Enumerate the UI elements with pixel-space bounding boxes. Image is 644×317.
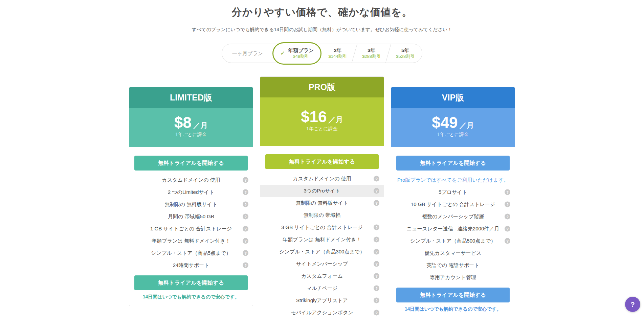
help-icon[interactable]: ? (505, 214, 510, 220)
feature-list: カスタムドメインの 使用 ? 2 つのLimitedサイト ? 無制限の 無料版… (129, 174, 253, 271)
plan-card-limited: LIMITED版 $8 ／月 1年ごとに課金 無料トライアルを開始する カスタム… (129, 87, 253, 306)
plan-price-per: ／月 (193, 121, 208, 130)
feature-row: シンプル・ストア（商品300点まで） ? (260, 246, 384, 258)
feature-label: カスタムフォーム (301, 273, 342, 279)
billing-toggle: 一ヶ月プラン ✓ 年額プラン $48割引 2年 $144割引 3年 $288割引… (222, 44, 422, 63)
plan-card-pro: PRO版 $16 ／月 1年ごとに課金 無料トライアルを開始する カスタムドメイ… (260, 76, 384, 317)
help-icon[interactable]: ? (374, 188, 379, 194)
plan-title: PRO版 (260, 77, 384, 97)
plan-title: VIP版 (391, 87, 515, 108)
feature-label: カスタムドメインの 使用 (162, 177, 220, 183)
help-icon[interactable]: ? (374, 273, 379, 279)
feature-row-highlighted: 3つのProサイト ? (260, 185, 384, 197)
plan-price: $16 (301, 108, 327, 126)
start-trial-button[interactable]: 無料トライアルを開始する (396, 156, 510, 171)
toggle-option-label: 5年 (401, 47, 409, 53)
help-icon[interactable]: ? (374, 176, 379, 182)
toggle-option-yearly-selected[interactable]: ✓ 年額プラン $48割引 (272, 42, 321, 65)
help-icon[interactable]: ? (243, 226, 248, 232)
feature-row: カスタムドメインの 使用 ? (129, 174, 253, 186)
feature-row: 英語での 電話サポート (391, 259, 515, 271)
start-trial-button[interactable]: 無料トライアルを開始する (265, 154, 379, 169)
feature-list: カスタムドメインの 使用 ? 3つのProサイト ? 無制限の 無料版サイト ?… (260, 173, 384, 317)
feature-label: Strikinglyアプリストア (296, 297, 348, 304)
help-icon[interactable]: ? (243, 263, 248, 268)
feature-row: 月間の 帯域幅50 GB ? (129, 210, 253, 223)
feature-row: ニュースレター送信 - 連絡先2000件／月 ? (391, 223, 515, 235)
feature-label: 年額プランは 無料ドメイン付き！ (283, 236, 361, 243)
cancel-anytime-note: 14日間はいつでも解約できるので安心です。 (129, 294, 253, 300)
feature-label: 英語での 電話サポート (427, 262, 480, 269)
feature-row: Strikinglyアプリストア ? (260, 294, 384, 307)
help-icon[interactable]: ? (374, 261, 379, 267)
help-icon[interactable]: ? (374, 200, 379, 206)
feature-row: 24時間サポート ? (129, 259, 253, 271)
feature-label: 3 GB サイトごとの 合計ストレージ (281, 224, 363, 231)
feature-row: 1 GB サイトごとの 合計ストレージ ? (129, 223, 253, 235)
toggle-option-discount: $288割引 (362, 54, 381, 59)
plan-price: $8 (174, 114, 192, 131)
help-icon[interactable]: ? (374, 298, 379, 303)
feature-row: 無制限の 帯域幅 (260, 209, 384, 221)
feature-row: シンプル・ストア（商品5点まで） ? (129, 247, 253, 259)
feature-label: 24時間サポート (173, 262, 209, 269)
toggle-option-label: 2年 (334, 47, 341, 53)
help-icon[interactable]: ? (374, 237, 379, 243)
help-icon[interactable]: ? (374, 310, 379, 316)
feature-label: 無制限の 帯域幅 (304, 212, 341, 219)
help-icon[interactable]: ? (243, 202, 248, 207)
plan-card-vip: VIP版 $49 ／月 1年ごとに課金 無料トライアルを開始する Pro版プラン… (391, 87, 515, 317)
feature-row: 複数のメンバーシップ階層 ? (391, 210, 515, 223)
toggle-option-3year[interactable]: 3年 $288割引 (355, 44, 388, 63)
toggle-option-monthly[interactable]: 一ヶ月プラン (222, 44, 273, 63)
plan-price-banner: $49 ／月 1年ごとに課金 (391, 108, 515, 147)
feature-row: 3 GB サイトごとの 合計ストレージ ? (260, 221, 384, 233)
help-icon[interactable]: ? (505, 189, 510, 195)
help-icon[interactable]: ? (243, 177, 248, 183)
feature-label: 複数のメンバーシップ階層 (422, 213, 484, 220)
feature-label: ニュースレター送信 - 連絡先2000件／月 (407, 226, 499, 232)
help-fab-button[interactable]: ? (625, 297, 640, 312)
toggle-option-label: 年額プラン (288, 47, 314, 53)
feature-label: 無制限の 無料版サイト (296, 200, 349, 206)
plan-price: $49 (432, 114, 458, 131)
feature-label: 専用アカウント管理 (430, 274, 476, 281)
help-icon[interactable]: ? (374, 225, 379, 230)
help-icon[interactable]: ? (243, 214, 248, 220)
feature-label: 2 つのLimitedサイト (168, 189, 215, 196)
toggle-option-discount: $48割引 (293, 54, 309, 59)
help-icon[interactable]: ? (374, 286, 379, 291)
feature-label: 3つのProサイト (304, 188, 340, 194)
start-trial-button-footer[interactable]: 無料トライアルを開始する (134, 275, 248, 290)
plan-price-banner: $8 ／月 1年ごとに課金 (129, 108, 253, 147)
feature-row: カスタムフォーム ? (260, 270, 384, 282)
toggle-option-label: 3年 (368, 47, 375, 53)
feature-label: サイトメンバーシップ (296, 261, 348, 267)
feature-row: 無制限の 無料版サイト ? (129, 198, 253, 210)
pro-included-note: Pro版プランではすべてをご利用いただけます。 (391, 174, 515, 186)
toggle-option-2year[interactable]: 2年 $144割引 (321, 44, 354, 63)
toggle-option-discount: $144割引 (328, 54, 347, 59)
feature-label: 1 GB サイトごとの 合計ストレージ (150, 226, 232, 232)
feature-row: サイトメンバーシップ ? (260, 258, 384, 270)
feature-label: マルチページ (307, 285, 338, 292)
toggle-option-5year[interactable]: 5年 $528割引 (388, 44, 422, 63)
feature-row: シンプル・ストア（商品500点まで） ? (391, 235, 515, 247)
help-icon[interactable]: ? (243, 238, 248, 244)
toggle-option-label: 一ヶ月プラン (232, 50, 263, 56)
help-icon[interactable]: ? (505, 226, 510, 232)
plan-billing-cycle: 1年ごとに課金 (260, 126, 384, 132)
cancel-anytime-note: 14日間はいつでも解約できるので安心です。 (391, 306, 515, 312)
help-icon[interactable]: ? (505, 238, 510, 244)
start-trial-button-footer[interactable]: 無料トライアルを開始する (396, 288, 510, 302)
feature-row: 年額プランは 無料ドメイン付き！ ? (260, 233, 384, 246)
feature-list: Pro版プランではすべてをご利用いただけます。 5プロサイト ? 10 GB サ… (391, 174, 515, 284)
start-trial-button[interactable]: 無料トライアルを開始する (134, 156, 248, 171)
plan-billing-cycle: 1年ごとに課金 (391, 132, 515, 138)
feature-row: 2 つのLimitedサイト ? (129, 186, 253, 198)
help-icon[interactable]: ? (374, 249, 379, 255)
help-icon[interactable]: ? (243, 250, 248, 256)
feature-row: カスタムドメインの 使用 ? (260, 173, 384, 185)
help-icon[interactable]: ? (243, 189, 248, 195)
help-icon[interactable]: ? (505, 202, 510, 207)
